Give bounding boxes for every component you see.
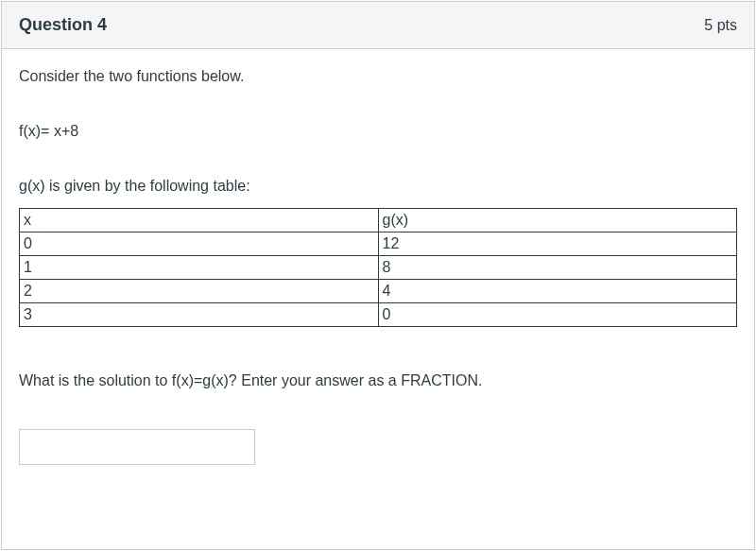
question-body: Consider the two functions below. f(x)= … <box>2 49 754 484</box>
table-cell: 1 <box>20 256 379 280</box>
table-row: 2 4 <box>20 280 737 303</box>
table-cell: 4 <box>378 280 737 303</box>
table-cell: 0 <box>378 303 737 327</box>
table-header-gx: g(x) <box>378 209 737 232</box>
table-row: x g(x) <box>20 209 737 232</box>
answer-input[interactable] <box>19 429 255 465</box>
question-points: 5 pts <box>704 17 737 34</box>
table-row: 0 12 <box>20 232 737 256</box>
table-row: 3 0 <box>20 303 737 327</box>
function-f-definition: f(x)= x+8 <box>19 123 737 140</box>
table-header-x: x <box>20 209 379 232</box>
question-container: Question 4 5 pts Consider the two functi… <box>1 1 755 550</box>
table-cell: 2 <box>20 280 379 303</box>
question-title: Question 4 <box>19 15 107 35</box>
intro-text: Consider the two functions below. <box>19 68 737 85</box>
table-row: 1 8 <box>20 256 737 280</box>
table-cell: 8 <box>378 256 737 280</box>
table-cell: 0 <box>20 232 379 256</box>
table-cell: 3 <box>20 303 379 327</box>
question-header: Question 4 5 pts <box>2 2 754 49</box>
table-cell: 12 <box>378 232 737 256</box>
final-prompt-text: What is the solution to f(x)=g(x)? Enter… <box>19 372 737 389</box>
table-intro-text: g(x) is given by the following table: <box>19 178 737 195</box>
gx-table: x g(x) 0 12 1 8 2 4 3 0 <box>19 208 737 327</box>
